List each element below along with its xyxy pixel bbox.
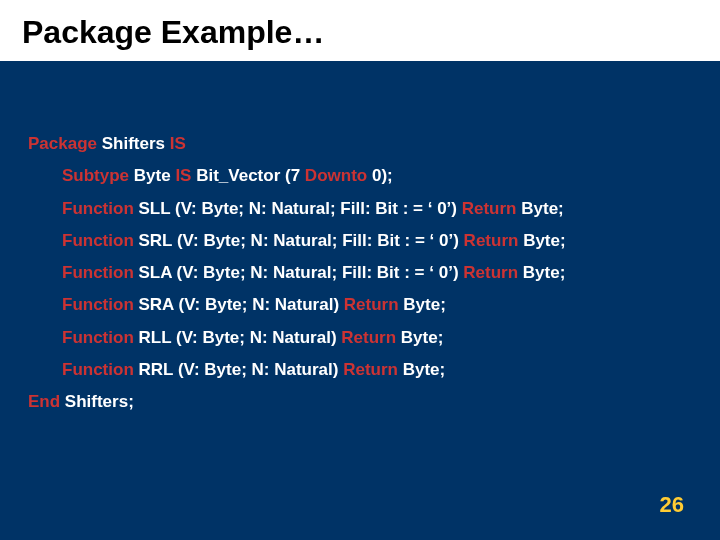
keyword-return: Return xyxy=(341,328,396,347)
code-line-sll: Function SLL (V: Byte; N: Natural; Fill:… xyxy=(28,193,692,225)
func-name-rrl: RRL xyxy=(139,360,174,379)
ret-type: Byte; xyxy=(521,199,564,218)
func-name-rll: RLL xyxy=(139,328,172,347)
keyword-function: Function xyxy=(62,360,134,379)
code-line-srl: Function SRL (V: Byte; N: Natural; Fill:… xyxy=(28,225,692,257)
func-args: (V: Byte; N: Natural; Fill: Bit : = ‘ 0’… xyxy=(177,263,459,282)
page-number: 26 xyxy=(660,492,684,518)
keyword-function: Function xyxy=(62,328,134,347)
func-args: (V: Byte; N: Natural) xyxy=(178,360,339,379)
ret-type: Byte; xyxy=(523,263,566,282)
func-name-sra: SRA xyxy=(139,295,174,314)
title-block: Package Example… xyxy=(0,0,720,61)
keyword-is: IS xyxy=(170,134,186,153)
code-body: Package Shifters IS Subtype Byte IS Bit_… xyxy=(28,128,692,419)
keyword-return: Return xyxy=(344,295,399,314)
keyword-function: Function xyxy=(62,263,134,282)
keyword-package: Package xyxy=(28,134,97,153)
page-title: Package Example… xyxy=(22,14,698,51)
code-line-subtype: Subtype Byte IS Bit_Vector (7 Downto 0); xyxy=(28,160,692,192)
code-line-rrl: Function RRL (V: Byte; N: Natural) Retur… xyxy=(28,354,692,386)
title-underline xyxy=(22,62,698,67)
func-args: (V: Byte; N: Natural; Fill: Bit : = ‘ 0’… xyxy=(177,231,459,250)
subtype-def: Bit_Vector (7 xyxy=(196,166,300,185)
func-name-sll: SLL xyxy=(139,199,171,218)
ret-type: Byte; xyxy=(403,360,446,379)
slide: Package Example… Package Shifters IS Sub… xyxy=(0,0,720,540)
func-args: (V: Byte; N: Natural) xyxy=(176,328,337,347)
pkg-name: Shifters xyxy=(102,134,165,153)
keyword-return: Return xyxy=(464,231,519,250)
func-args: (V: Byte; N: Natural) xyxy=(179,295,340,314)
keyword-downto: Downto xyxy=(305,166,367,185)
keyword-return: Return xyxy=(343,360,398,379)
code-line-package: Package Shifters IS xyxy=(28,128,692,160)
code-line-sra: Function SRA (V: Byte; N: Natural) Retur… xyxy=(28,289,692,321)
keyword-subtype: Subtype xyxy=(62,166,129,185)
keyword-is: IS xyxy=(175,166,191,185)
code-line-rll: Function RLL (V: Byte; N: Natural) Retur… xyxy=(28,322,692,354)
subtype-name: Byte xyxy=(134,166,171,185)
keyword-return: Return xyxy=(462,199,517,218)
keyword-end: End xyxy=(28,392,60,411)
keyword-function: Function xyxy=(62,231,134,250)
ret-type: Byte; xyxy=(523,231,566,250)
func-args: (V: Byte; N: Natural; Fill: Bit : = ‘ 0’… xyxy=(175,199,457,218)
keyword-function: Function xyxy=(62,199,134,218)
code-line-end: End Shifters; xyxy=(28,386,692,418)
ret-type: Byte; xyxy=(401,328,444,347)
func-name-sla: SLA xyxy=(139,263,172,282)
subtype-tail: 0); xyxy=(372,166,393,185)
end-tail: Shifters; xyxy=(65,392,134,411)
func-name-srl: SRL xyxy=(139,231,173,250)
keyword-function: Function xyxy=(62,295,134,314)
code-line-sla: Function SLA (V: Byte; N: Natural; Fill:… xyxy=(28,257,692,289)
ret-type: Byte; xyxy=(403,295,446,314)
keyword-return: Return xyxy=(463,263,518,282)
